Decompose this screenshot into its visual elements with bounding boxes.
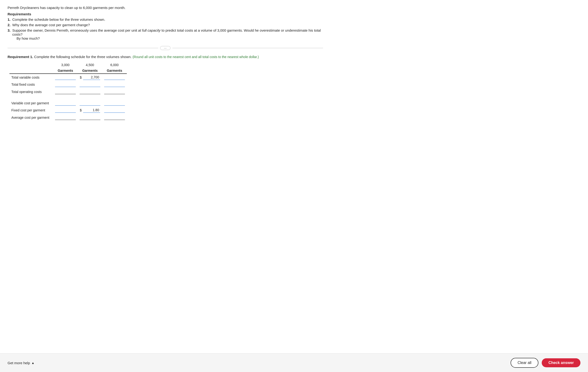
total-fixed-col3[interactable]: [102, 81, 127, 88]
variable-per-col3[interactable]: [102, 100, 127, 107]
col2-bot: Garments: [78, 68, 102, 74]
total-variable-col3[interactable]: [102, 74, 127, 81]
average-cost-per-garment-row: Average cost per garment: [10, 114, 127, 121]
variable-per-col1-input[interactable]: [55, 101, 76, 106]
total-variable-col1-input[interactable]: [55, 75, 76, 80]
total-operating-label: Total operating costs: [10, 88, 53, 95]
variable-per-col3-input[interactable]: [104, 101, 125, 106]
requirement-2: 2. Why does the average cost per garment…: [8, 23, 323, 27]
fixed-cost-per-garment-row: Fixed cost per garment $: [10, 107, 127, 114]
col1-top: 3,000: [53, 62, 78, 68]
variable-per-col1[interactable]: [53, 100, 78, 107]
fixed-per-col1[interactable]: [53, 107, 78, 114]
variable-per-col2[interactable]: [78, 100, 102, 107]
requirement-1: 1. Complete the schedule below for the t…: [8, 18, 323, 21]
total-operating-col2[interactable]: [78, 88, 102, 95]
get-more-help-button[interactable]: Get more help ▲: [8, 361, 34, 365]
fixed-per-col2-input[interactable]: [83, 108, 100, 113]
average-per-col1[interactable]: [53, 114, 78, 121]
bottom-buttons: Clear all Check answer: [511, 358, 580, 368]
total-variable-col1[interactable]: [53, 74, 78, 81]
total-variable-col2[interactable]: $: [78, 74, 102, 81]
check-answer-button[interactable]: Check answer: [542, 358, 580, 367]
round-note: (Round all unit costs to the nearest cen…: [133, 55, 259, 59]
average-per-col1-input[interactable]: [55, 115, 76, 120]
spacer-row: [10, 95, 127, 100]
average-per-col2[interactable]: [78, 114, 102, 121]
total-variable-label: Total variable costs: [10, 74, 53, 81]
col-header-row-top: 3,000 4,500 6,000: [10, 62, 127, 68]
col2-top: 4,500: [78, 62, 102, 68]
schedule-table: 3,000 4,500 6,000 Garments Garments Garm…: [10, 62, 127, 121]
dollar-sign-1: $: [80, 75, 82, 79]
total-variable-col3-input[interactable]: [104, 75, 125, 80]
total-variable-costs-row: Total variable costs $: [10, 74, 127, 81]
total-fixed-col2[interactable]: [78, 81, 102, 88]
dollar-sign-2: $: [80, 108, 82, 112]
total-fixed-col2-input[interactable]: [80, 82, 100, 87]
requirement-3: 3. Suppose the owner, Dennis Perreth, er…: [8, 28, 323, 40]
total-operating-costs-row: Total operating costs: [10, 88, 127, 95]
average-cost-per-garment-label: Average cost per garment: [10, 114, 53, 121]
col-header-row-bot: Garments Garments Garments: [10, 68, 127, 74]
average-per-col3-input[interactable]: [104, 115, 125, 120]
total-operating-col1[interactable]: [53, 88, 78, 95]
total-operating-col3-input[interactable]: [104, 89, 125, 94]
intro-text: Perreth Drycleaners has capacity to clea…: [8, 6, 323, 10]
arrow-up-icon: ▲: [32, 361, 34, 365]
total-operating-col3[interactable]: [102, 88, 127, 95]
bottom-bar: Get more help ▲ Clear all Check answer: [0, 353, 588, 372]
fixed-per-col1-input[interactable]: [55, 108, 76, 113]
total-fixed-costs-row: Total fixed costs: [10, 81, 127, 88]
requirement-3-line2: By how much?: [17, 36, 323, 40]
total-fixed-col1-input[interactable]: [55, 82, 76, 87]
total-fixed-col1[interactable]: [53, 81, 78, 88]
variable-per-col2-input[interactable]: [80, 101, 100, 106]
total-operating-col1-input[interactable]: [55, 89, 76, 94]
col3-bot: Garments: [102, 68, 127, 74]
fixed-cost-per-garment-label: Fixed cost per garment: [10, 107, 53, 114]
clear-all-button[interactable]: Clear all: [511, 358, 539, 368]
divider-dots: ···: [160, 46, 171, 50]
total-operating-col2-input[interactable]: [80, 89, 100, 94]
average-per-col3[interactable]: [102, 114, 127, 121]
requirement1-label: Requirement 1. Complete the following sc…: [8, 55, 323, 59]
variable-cost-per-garment-row: Variable cost per garment: [10, 100, 127, 107]
section-divider: ···: [8, 46, 323, 50]
fixed-per-col3[interactable]: [102, 107, 127, 114]
requirements-title: Requirements: [8, 12, 323, 16]
total-fixed-label: Total fixed costs: [10, 81, 53, 88]
variable-cost-per-garment-label: Variable cost per garment: [10, 100, 53, 107]
fixed-per-col2[interactable]: $: [78, 107, 102, 114]
total-fixed-col3-input[interactable]: [104, 82, 125, 87]
get-more-help-label: Get more help: [8, 361, 30, 365]
col3-top: 6,000: [102, 62, 127, 68]
col1-bot: Garments: [53, 68, 78, 74]
total-variable-col2-input[interactable]: [83, 75, 100, 80]
average-per-col2-input[interactable]: [80, 115, 100, 120]
fixed-per-col3-input[interactable]: [104, 108, 125, 113]
